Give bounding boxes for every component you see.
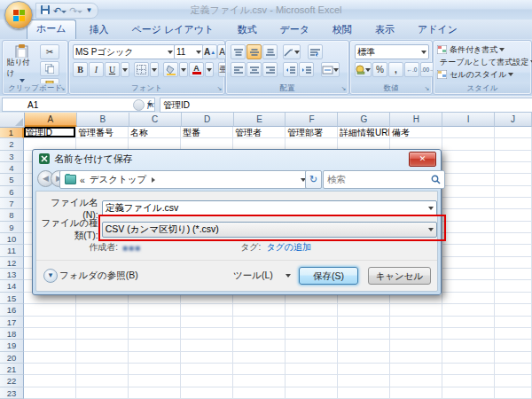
cell-I1[interactable] [442,127,495,138]
styles-item-arrow[interactable] [499,48,505,51]
cell-I9[interactable] [442,222,495,233]
cell-H20[interactable] [390,352,442,364]
cell-F18[interactable] [286,328,338,340]
font-name-combo[interactable]: MS Pゴシック [73,44,176,59]
row-header-8[interactable]: 8 [0,209,24,221]
row-header-9[interactable]: 9 [0,222,24,233]
cell-I20[interactable] [442,352,495,364]
cell-F1[interactable]: 管理部署 [286,127,338,138]
column-header-J[interactable]: J [495,113,532,127]
ribbon-tab-3[interactable]: 数式 [227,20,266,39]
styles-item-0[interactable]: 条件付き書式 [437,43,529,56]
cell-J7[interactable] [495,198,532,209]
row-header-2[interactable]: 2 [0,138,24,150]
cell-H18[interactable] [390,328,442,340]
cell-I19[interactable] [442,340,495,351]
cell-I5[interactable] [442,174,495,185]
cell-C21[interactable] [129,364,181,375]
row-header-1[interactable]: 1 [0,127,24,138]
cell-J6[interactable] [495,186,532,198]
align-middle-icon[interactable] [246,44,262,59]
office-button[interactable] [4,1,33,29]
cell-C22[interactable] [129,375,181,387]
search-input[interactable]: 検索 [323,170,445,189]
cell-D23[interactable] [181,387,233,399]
row-header-14[interactable]: 14 [0,280,24,292]
grow-font-button[interactable]: A▲ [202,44,217,59]
cell-D16[interactable] [181,304,233,316]
orientation-icon[interactable] [283,44,301,59]
cell-E17[interactable] [233,317,286,328]
column-header-I[interactable]: I [442,113,495,127]
cell-C23[interactable] [129,387,181,399]
cell-G23[interactable] [338,387,390,399]
save-button[interactable]: 保存(S) [299,267,358,285]
cell-A17[interactable] [24,317,76,328]
column-header-F[interactable]: F [286,113,338,127]
styles-item-1[interactable]: テーブルとして書式設定 [437,56,529,68]
cell-H1[interactable]: 備考 [390,127,442,138]
file-type-select[interactable]: CSV (カンマ区切り) (*.csv) [102,222,437,238]
cell-E18[interactable] [233,328,286,340]
cell-E23[interactable] [233,387,286,399]
row-header-20[interactable]: 20 [0,352,24,364]
copy-icon[interactable] [40,61,59,76]
column-header-B[interactable]: B [77,113,129,127]
ribbon-tab-1[interactable]: 挿入 [80,20,119,39]
cell-H17[interactable] [390,317,442,328]
cell-F21[interactable] [286,364,338,375]
cell-G16[interactable] [338,304,390,316]
paste-dropdown-arrow[interactable] [20,79,25,82]
cell-C17[interactable] [129,317,181,328]
cell-I14[interactable] [442,280,495,292]
cell-B21[interactable] [76,364,129,375]
font-name-dropdown-arrow[interactable] [168,51,173,54]
merge-center-icon[interactable] [321,62,340,77]
cell-H21[interactable] [390,364,442,375]
font-size-dropdown-arrow[interactable] [196,51,201,54]
file-type-dropdown-arrow[interactable] [428,228,434,231]
column-header-H[interactable]: H [390,113,442,127]
row-header-6[interactable]: 6 [0,186,24,198]
cell-J17[interactable] [495,317,532,328]
cell-E19[interactable] [233,340,286,351]
currency-format-icon[interactable] [355,62,372,77]
cell-I11[interactable] [442,245,495,256]
cut-icon[interactable]: ✂ [40,44,59,59]
font-color-dropdown-arrow[interactable] [205,62,214,77]
number-dialog-launcher-icon[interactable]: ↘ [423,84,431,92]
cell-I7[interactable] [442,198,495,209]
cell-A21[interactable] [24,364,76,375]
cell-C1[interactable]: 名称 [129,127,181,138]
font-dialog-launcher-icon[interactable]: ↘ [215,84,223,92]
ribbon-tab-2[interactable]: ページ レイアウト [122,20,224,39]
dialog-title-bar[interactable]: 名前を付けて保存 ✕ [33,150,441,168]
borders-icon[interactable] [134,62,149,77]
cell-I22[interactable] [442,375,495,387]
row-header-19[interactable]: 19 [0,340,24,351]
cell-A19[interactable] [24,340,76,351]
ribbon-tab-4[interactable]: データ [270,20,319,39]
cell-B22[interactable] [76,375,129,387]
cell-G1[interactable]: 詳細情報URL [338,127,390,138]
increase-decimal-icon[interactable]: ←.0 [404,62,419,77]
cell-G19[interactable] [338,340,390,351]
cell-J11[interactable] [495,245,532,256]
italic-button[interactable]: I [89,62,104,77]
row-header-17[interactable]: 17 [0,317,24,328]
cell-F19[interactable] [286,340,338,351]
row-header-5[interactable]: 5 [0,174,24,185]
cell-C18[interactable] [129,328,181,340]
cell-D18[interactable] [181,328,233,340]
cell-I13[interactable] [442,269,495,280]
cell-I23[interactable] [442,387,495,399]
cell-I16[interactable] [442,304,495,316]
cell-D22[interactable] [181,375,233,387]
refresh-icon[interactable]: ↻ [305,170,322,189]
cell-J12[interactable] [495,257,532,269]
cell-I12[interactable] [442,257,495,269]
cell-J2[interactable] [495,138,532,150]
cell-J1[interactable] [495,127,532,138]
column-header-C[interactable]: C [129,113,182,127]
insert-function-icon[interactable]: fx [147,98,154,109]
